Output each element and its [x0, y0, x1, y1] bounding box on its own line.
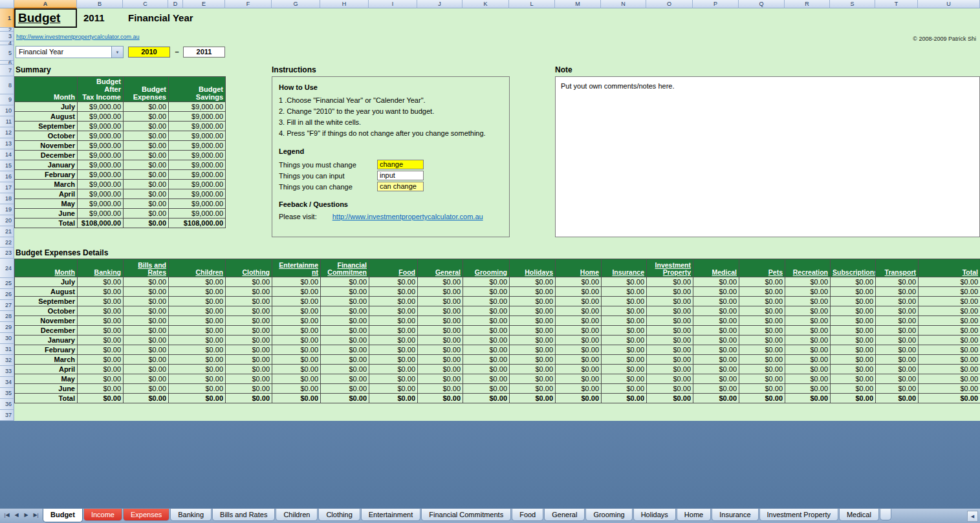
expenses-value-cell[interactable]: $0.00 [693, 287, 739, 297]
expenses-value-cell[interactable]: $0.00 [739, 345, 785, 355]
tab-medical[interactable]: Medical [839, 509, 879, 521]
summary-month-cell[interactable]: February [15, 170, 78, 180]
row-header-15[interactable]: 15 [0, 160, 14, 171]
row-header-37[interactable]: 37 [0, 410, 14, 421]
expenses-value-cell[interactable]: $0.00 [169, 326, 226, 336]
row-header-30[interactable]: 30 [0, 333, 14, 344]
expenses-value-cell[interactable]: $0.00 [169, 297, 226, 306]
row-header-24[interactable]: 24 [0, 259, 14, 278]
summary-month-cell[interactable]: May [15, 199, 78, 209]
expenses-value-cell[interactable]: $0.00 [226, 336, 272, 345]
summary-income-cell[interactable]: $9,000.00 [78, 160, 124, 170]
expenses-value-cell[interactable]: $0.00 [602, 384, 647, 394]
expenses-month-cell[interactable]: September [15, 297, 78, 306]
expenses-value-cell[interactable]: $0.00 [876, 355, 919, 365]
expenses-category-header[interactable]: Bills and Rates [124, 259, 169, 277]
expenses-value-cell[interactable]: $0.00 [510, 297, 556, 306]
expenses-value-cell[interactable]: $0.00 [272, 374, 321, 384]
start-year-cell[interactable]: 2010 [128, 47, 170, 58]
summary-column-header[interactable]: Budget Savings [169, 77, 226, 102]
summary-expenses-cell[interactable]: $0.00 [124, 131, 169, 141]
summary-savings-cell[interactable]: $9,000.00 [169, 199, 226, 209]
expenses-value-cell[interactable]: $0.00 [647, 374, 693, 384]
expenses-value-cell[interactable]: $0.00 [556, 326, 602, 336]
summary-savings-cell[interactable]: $9,000.00 [169, 151, 226, 160]
partial-tab[interactable] [880, 509, 891, 520]
expenses-value-cell[interactable]: $0.00 [919, 306, 980, 316]
expenses-value-cell[interactable]: $0.00 [510, 365, 556, 374]
summary-expenses-cell[interactable]: $0.00 [124, 112, 169, 122]
row-header-5[interactable]: 5 [0, 45, 14, 61]
expenses-value-cell[interactable]: $0.00 [602, 297, 647, 306]
expenses-total-cell[interactable]: $0.00 [785, 394, 831, 403]
expenses-value-cell[interactable]: $0.00 [321, 365, 369, 374]
tab-holidays[interactable]: Holidays [633, 509, 676, 521]
expenses-value-cell[interactable]: $0.00 [831, 316, 876, 326]
expenses-value-cell[interactable]: $0.00 [647, 297, 693, 306]
expenses-value-cell[interactable]: $0.00 [647, 345, 693, 355]
tab-home[interactable]: Home [677, 509, 711, 521]
column-header-A[interactable]: A [14, 0, 77, 8]
row-header-17[interactable]: 17 [0, 182, 14, 193]
expenses-value-cell[interactable]: $0.00 [693, 326, 739, 336]
expenses-month-cell[interactable]: November [15, 316, 78, 326]
expenses-value-cell[interactable]: $0.00 [78, 297, 124, 306]
expenses-category-header[interactable]: Home [556, 259, 602, 277]
summary-savings-cell[interactable]: $9,000.00 [169, 131, 226, 141]
tab-bills-and-rates[interactable]: Bills and Rates [212, 509, 275, 521]
expenses-value-cell[interactable]: $0.00 [602, 326, 647, 336]
summary-month-cell[interactable]: September [15, 122, 78, 131]
expenses-total-label[interactable]: Total [15, 394, 78, 403]
summary-income-cell[interactable]: $9,000.00 [78, 151, 124, 160]
feedback-link[interactable]: http://www.investmentpropertycalculator.… [332, 212, 483, 222]
expenses-value-cell[interactable]: $0.00 [369, 287, 418, 297]
expenses-value-cell[interactable]: $0.00 [510, 277, 556, 287]
expenses-value-cell[interactable]: $0.00 [556, 336, 602, 345]
row-header-35[interactable]: 35 [0, 388, 14, 399]
expenses-value-cell[interactable]: $0.00 [919, 297, 980, 306]
expenses-value-cell[interactable]: $0.00 [321, 336, 369, 345]
column-header-C[interactable]: C [123, 0, 168, 8]
expenses-value-cell[interactable]: $0.00 [418, 336, 463, 345]
summary-expenses-cell[interactable]: $0.00 [124, 141, 169, 151]
expenses-value-cell[interactable]: $0.00 [418, 384, 463, 394]
expenses-value-cell[interactable]: $0.00 [510, 287, 556, 297]
summary-column-header[interactable]: Budget Expenses [124, 77, 169, 102]
expenses-value-cell[interactable]: $0.00 [169, 345, 226, 355]
summary-expenses-cell[interactable]: $0.00 [124, 170, 169, 180]
expenses-category-header[interactable]: Transport [876, 259, 919, 277]
expenses-value-cell[interactable]: $0.00 [510, 326, 556, 336]
expenses-value-cell[interactable]: $0.00 [124, 374, 169, 384]
expenses-total-cell[interactable]: $0.00 [831, 394, 876, 403]
summary-month-cell[interactable]: December [15, 151, 78, 160]
expenses-value-cell[interactable]: $0.00 [556, 316, 602, 326]
summary-expenses-cell[interactable]: $0.00 [124, 122, 169, 131]
expenses-value-cell[interactable]: $0.00 [510, 336, 556, 345]
expenses-value-cell[interactable]: $0.00 [272, 345, 321, 355]
expenses-value-cell[interactable]: $0.00 [169, 355, 226, 365]
expenses-value-cell[interactable]: $0.00 [321, 374, 369, 384]
expenses-value-cell[interactable]: $0.00 [418, 326, 463, 336]
expenses-value-cell[interactable]: $0.00 [556, 345, 602, 355]
summary-savings-cell[interactable]: $9,000.00 [169, 112, 226, 122]
expenses-value-cell[interactable]: $0.00 [321, 287, 369, 297]
expenses-month-cell[interactable]: August [15, 287, 78, 297]
expenses-value-cell[interactable]: $0.00 [556, 297, 602, 306]
expenses-value-cell[interactable]: $0.00 [693, 365, 739, 374]
summary-total-label[interactable]: Total [15, 219, 78, 228]
column-header-L[interactable]: L [509, 0, 555, 8]
expenses-value-cell[interactable]: $0.00 [169, 384, 226, 394]
expenses-value-cell[interactable]: $0.00 [463, 355, 510, 365]
expenses-value-cell[interactable]: $0.00 [693, 384, 739, 394]
expenses-value-cell[interactable]: $0.00 [785, 287, 831, 297]
tab-income[interactable]: Income [83, 509, 122, 521]
expenses-value-cell[interactable]: $0.00 [739, 355, 785, 365]
expenses-total-cell[interactable]: $0.00 [169, 394, 226, 403]
expenses-total-cell[interactable]: $0.00 [739, 394, 785, 403]
expenses-value-cell[interactable]: $0.00 [369, 316, 418, 326]
summary-month-cell[interactable]: October [15, 131, 78, 141]
expenses-value-cell[interactable]: $0.00 [739, 326, 785, 336]
expenses-value-cell[interactable]: $0.00 [463, 297, 510, 306]
row-header-33[interactable]: 33 [0, 366, 14, 377]
column-header-P[interactable]: P [693, 0, 739, 8]
